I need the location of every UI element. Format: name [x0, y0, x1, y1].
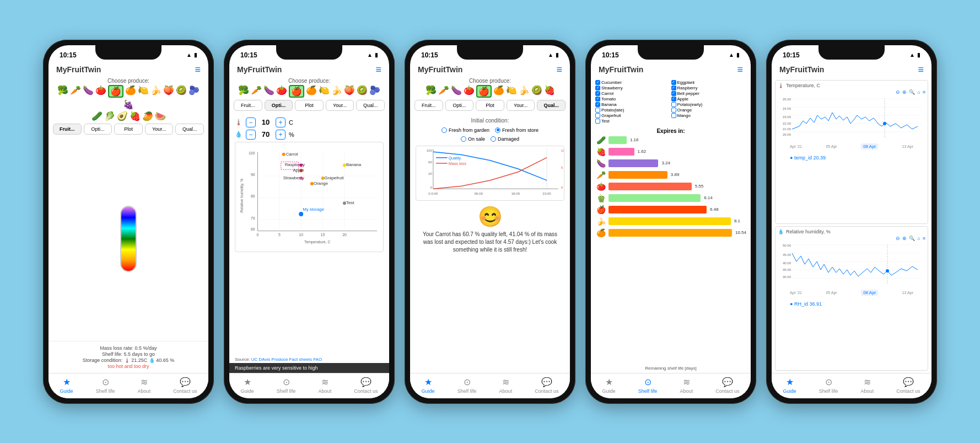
- fruit-emoji[interactable]: 🍎: [108, 85, 123, 98]
- tab-plot-2[interactable]: Plot: [295, 100, 324, 111]
- nav-contact-5[interactable]: 💬 Contact us: [896, 377, 920, 394]
- tab-your-3[interactable]: Your...: [507, 100, 535, 111]
- cb-strawberry[interactable]: ✓ Strawberry: [595, 86, 671, 90]
- nav-shelflife-1[interactable]: ⊙ Shelf life: [96, 377, 115, 394]
- radio-garden[interactable]: Fresh from garden: [441, 127, 489, 133]
- fruit-emoji[interactable]: 🍑: [163, 85, 174, 98]
- tab-fruit[interactable]: Fruit...: [53, 124, 82, 135]
- tab-opti-3[interactable]: Opti...: [445, 100, 474, 111]
- zoom-out-icon[interactable]: ⊖: [896, 89, 900, 95]
- fruit-emoji[interactable]: 🫐: [369, 85, 380, 98]
- nav-guide-1[interactable]: ★ Guide: [60, 377, 73, 394]
- cb-mango[interactable]: Mango: [671, 113, 747, 118]
- cb-apple[interactable]: ✓ Apple: [671, 97, 747, 102]
- fruit-emoji[interactable]: 🍉: [155, 111, 166, 121]
- cb-tomato[interactable]: ✓ Tomato: [595, 97, 671, 102]
- temp-increase[interactable]: +: [276, 118, 286, 127]
- menu-icon-5[interactable]: ≡: [918, 64, 924, 76]
- zoom-in-icon[interactable]: ⊕: [902, 89, 907, 95]
- fruit-emoji[interactable]: 🥑: [117, 111, 128, 121]
- fruit-emoji[interactable]: 🍅: [464, 85, 475, 98]
- fruit-emoji[interactable]: 🥦: [57, 85, 68, 98]
- nav-guide-4[interactable]: ★ Guide: [602, 377, 616, 394]
- fruit-emoji[interactable]: 🥒: [91, 111, 103, 121]
- nav-contact-3[interactable]: 💬 Contact us: [535, 377, 558, 394]
- nav-about-2[interactable]: ≋ About: [319, 377, 332, 394]
- menu-icon-4[interactable]: ≡: [737, 64, 743, 76]
- fruit-emoji[interactable]: 🍌: [519, 85, 530, 98]
- fruit-emoji[interactable]: 🍆: [451, 85, 462, 98]
- zoom-in-icon-h[interactable]: ⊕: [902, 236, 907, 241]
- tab-fruit-2[interactable]: Fruit...: [234, 100, 262, 111]
- fruit-emoji[interactable]: 🍓: [130, 111, 141, 121]
- source-link[interactable]: UC DAvis Produce Fact sheets FAO: [251, 357, 322, 362]
- menu-icon-t[interactable]: ≡: [923, 89, 925, 95]
- tab-your-2[interactable]: Your...: [326, 100, 354, 111]
- nav-guide-2[interactable]: ★ Guide: [241, 377, 254, 394]
- home-icon-h[interactable]: ⌂: [917, 236, 920, 241]
- tab-qual[interactable]: Qual...: [175, 124, 204, 135]
- fruit-emoji[interactable]: 🍊: [306, 85, 317, 98]
- tab-qual-2[interactable]: Qual...: [356, 100, 385, 111]
- tab-plot-3[interactable]: Plot: [476, 100, 504, 111]
- fruit-emoji[interactable]: 🥕: [70, 85, 81, 98]
- fruit-emoji[interactable]: 🍌: [150, 85, 161, 98]
- fruit-emoji[interactable]: 🥬: [104, 111, 115, 121]
- fruit-emoji[interactable]: 🍋: [319, 85, 330, 98]
- fruit-emoji[interactable]: 🥝: [176, 85, 187, 98]
- radio-sale[interactable]: On sale: [461, 136, 485, 142]
- fruit-emoji[interactable]: 🍓: [544, 85, 555, 98]
- menu-icon-h[interactable]: ≡: [923, 236, 925, 241]
- nav-shelflife-5[interactable]: ⊙ Shelf life: [819, 377, 838, 394]
- tab-your[interactable]: Your...: [145, 124, 174, 135]
- menu-icon-3[interactable]: ≡: [556, 64, 562, 76]
- radio-damaged[interactable]: Damaged: [491, 136, 519, 142]
- fruit-emoji[interactable]: 🍇: [123, 99, 134, 110]
- fruit-emoji[interactable]: 🍋: [506, 85, 517, 98]
- hum-increase[interactable]: +: [276, 130, 286, 140]
- fruit-emoji[interactable]: 🍆: [83, 85, 94, 98]
- tab-plot[interactable]: Plot: [114, 124, 143, 135]
- zoom-out-icon-h[interactable]: ⊖: [896, 236, 900, 241]
- fruit-emoji[interactable]: 🍎: [289, 85, 304, 98]
- fruit-emoji[interactable]: 🍑: [344, 85, 355, 98]
- tab-fruit-3[interactable]: Fruit...: [414, 100, 443, 111]
- fruit-emoji[interactable]: 🍎: [476, 85, 492, 98]
- cb-carrot[interactable]: ✓ Carrot: [595, 91, 671, 96]
- fruit-emoji[interactable]: 🥭: [142, 111, 153, 121]
- cb-bellpepper[interactable]: ✓ Bell pepper: [671, 91, 747, 96]
- nav-about-3[interactable]: ≋ About: [499, 377, 513, 394]
- nav-shelflife-3[interactable]: ⊙ Shelf life: [457, 377, 477, 394]
- tab-qual-3[interactable]: Qual...: [537, 100, 566, 111]
- fruit-emoji[interactable]: 🍅: [95, 85, 106, 98]
- fruit-emoji[interactable]: 🍅: [276, 85, 287, 98]
- cb-test[interactable]: Test: [595, 119, 671, 124]
- nav-about-5[interactable]: ≋ About: [861, 377, 874, 394]
- cb-orange[interactable]: Orange: [671, 108, 747, 113]
- cb-potato-late[interactable]: Potato(late): [595, 108, 671, 113]
- tab-opti-2[interactable]: Opti...: [265, 100, 293, 111]
- fruit-emoji[interactable]: 🥕: [251, 85, 262, 98]
- temp-decrease[interactable]: −: [246, 118, 256, 127]
- fruit-emoji[interactable]: 🥕: [438, 85, 449, 98]
- nav-contact-1[interactable]: 💬 Contact us: [173, 377, 197, 394]
- nav-shelflife-2[interactable]: ⊙ Shelf life: [277, 377, 296, 394]
- nav-guide-5[interactable]: ★ Guide: [783, 377, 796, 394]
- menu-icon-1[interactable]: ≡: [195, 64, 201, 76]
- fruit-emoji[interactable]: 🍌: [331, 85, 342, 98]
- nav-about-1[interactable]: ≋ About: [138, 377, 151, 394]
- nav-about-4[interactable]: ≋ About: [680, 377, 693, 394]
- fruit-emoji[interactable]: 🥦: [238, 85, 249, 98]
- fruit-emoji[interactable]: 🍆: [263, 85, 274, 98]
- cb-banana[interactable]: ✓ Banana: [595, 102, 671, 107]
- hum-decrease[interactable]: −: [246, 130, 256, 140]
- cb-potato-early[interactable]: Potato(early): [671, 102, 747, 107]
- cb-cucumber[interactable]: ✓ Cucumber: [595, 80, 671, 85]
- cb-eggplant[interactable]: ✓ Eggplant: [671, 80, 747, 85]
- fruit-emoji[interactable]: 🍊: [125, 85, 136, 98]
- home-icon[interactable]: ⌂: [917, 89, 920, 95]
- magnify-icon-h[interactable]: 🔍: [909, 236, 915, 241]
- nav-shelflife-4[interactable]: ⊙ Shelf life: [638, 377, 658, 394]
- magnify-icon[interactable]: 🔍: [909, 89, 915, 95]
- fruit-emoji[interactable]: 🍊: [493, 85, 504, 98]
